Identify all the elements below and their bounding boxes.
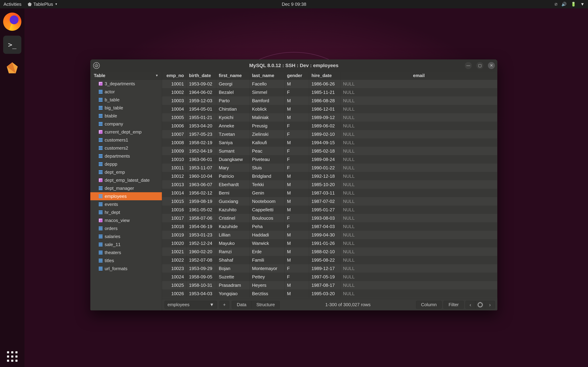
cell[interactable]: NULL — [341, 214, 497, 222]
cell[interactable]: Zielinski — [250, 130, 285, 138]
sidebar-item-company[interactable]: company — [90, 120, 162, 128]
table-row[interactable]: 100251958-10-31PrasadramHeyersM1987-08-1… — [162, 281, 497, 289]
minimize-button[interactable]: — — [465, 62, 472, 69]
sidebar-item-sale_11[interactable]: sale_11 — [90, 241, 162, 249]
cell[interactable]: Warwick — [250, 239, 285, 248]
column-header-hire_date[interactable]: hire_date — [309, 72, 341, 80]
cell[interactable]: Cristinel — [216, 214, 250, 222]
cell[interactable]: M — [285, 105, 309, 113]
cell[interactable]: M — [285, 180, 309, 189]
cell[interactable]: 1953-11-07 — [187, 164, 216, 172]
cell[interactable]: 10025 — [162, 281, 187, 289]
cell[interactable]: 10005 — [162, 113, 187, 122]
cell[interactable]: NULL — [341, 273, 497, 281]
cell[interactable]: F — [285, 164, 309, 172]
cell[interactable]: NULL — [341, 222, 497, 231]
cell[interactable]: Guoxiang — [216, 197, 250, 206]
cell[interactable]: M — [285, 289, 309, 298]
sidebar-item-orders[interactable]: orders — [90, 224, 162, 233]
structure-tab[interactable]: Structure — [251, 301, 280, 309]
cell[interactable]: 10001 — [162, 80, 187, 88]
cell[interactable]: NULL — [341, 88, 497, 96]
table-row[interactable]: 100241958-09-05SuzettePetteyF1997-05-19N… — [162, 273, 497, 281]
cell[interactable]: 1987-04-03 — [309, 222, 341, 231]
column-button[interactable]: Column — [416, 301, 442, 309]
cell[interactable]: 1952-07-08 — [187, 256, 216, 264]
column-header-first_name[interactable]: first_name — [216, 72, 250, 80]
cell[interactable]: F — [285, 264, 309, 273]
cell[interactable]: Georgi — [216, 80, 250, 88]
sidebar-item-theaters[interactable]: theaters — [90, 249, 162, 257]
cell[interactable]: NULL — [341, 155, 497, 164]
activities-button[interactable]: Activities — [3, 1, 22, 7]
cell[interactable]: 1953-04-20 — [187, 122, 216, 130]
network-icon[interactable]: ⎚ — [555, 2, 557, 7]
cell[interactable]: 1991-01-26 — [309, 239, 341, 248]
cell[interactable]: 1953-09-02 — [187, 80, 216, 88]
grid-body[interactable]: 100011953-09-02GeorgiFacelloM1986-06-26N… — [162, 80, 497, 299]
dock-firefox[interactable] — [3, 13, 21, 31]
settings-button[interactable] — [475, 301, 485, 309]
table-row[interactable]: 100011953-09-02GeorgiFacelloM1986-06-26N… — [162, 80, 497, 88]
cell[interactable]: NULL — [341, 256, 497, 264]
sidebar-item-macos_view[interactable]: macos_view — [90, 216, 162, 224]
table-row[interactable]: 100221952-07-08ShahafFamiliM1995-08-22NU… — [162, 256, 497, 264]
cell[interactable]: F — [285, 222, 309, 231]
sidebar-item-customers2[interactable]: customers2 — [90, 144, 162, 152]
cell[interactable]: Yongqiao — [216, 289, 250, 298]
close-button[interactable]: ✕ — [488, 62, 495, 69]
cell[interactable]: 1987-03-11 — [309, 189, 341, 197]
cell[interactable]: 1956-02-12 — [187, 189, 216, 197]
cell[interactable]: NULL — [341, 80, 497, 88]
cell[interactable]: 1992-12-18 — [309, 172, 341, 180]
cell[interactable]: NULL — [341, 147, 497, 155]
sidebar-item-employees[interactable]: employees — [90, 192, 162, 200]
cell[interactable]: NULL — [341, 206, 497, 214]
connection-button[interactable]: ⏻ — [93, 62, 100, 69]
cell[interactable]: Sumant — [216, 147, 250, 155]
cell[interactable]: 1987-07-02 — [309, 197, 341, 206]
table-row[interactable]: 100111953-11-07MarySluisF1990-01-22NULL — [162, 164, 497, 172]
dock-terminal[interactable]: >_ — [3, 36, 21, 54]
cell[interactable]: NULL — [341, 105, 497, 113]
cell[interactable]: 10023 — [162, 264, 187, 273]
cell[interactable]: 10026 — [162, 289, 187, 298]
table-row[interactable]: 100031959-12-03PartoBamfordM1986-08-28NU… — [162, 96, 497, 105]
cell[interactable]: NULL — [341, 172, 497, 180]
cell[interactable]: 10007 — [162, 130, 187, 138]
next-page-button[interactable]: › — [485, 301, 495, 309]
column-header-last_name[interactable]: last_name — [250, 72, 285, 80]
cell[interactable]: 10003 — [162, 96, 187, 105]
cell[interactable]: Kalloufi — [250, 138, 285, 147]
column-header-gender[interactable]: gender — [285, 72, 309, 80]
cell[interactable]: 10021 — [162, 248, 187, 256]
data-tab[interactable]: Data — [232, 301, 251, 309]
cell[interactable]: M — [285, 231, 309, 239]
cell[interactable]: Nooteboom — [250, 197, 285, 206]
sidebar-item-3_departments[interactable]: 3_departments — [90, 80, 162, 88]
cell[interactable]: 1959-12-03 — [187, 96, 216, 105]
table-row[interactable]: 100061953-04-20AnnekePreusigF1989-06-02N… — [162, 122, 497, 130]
cell[interactable]: 1955-01-21 — [187, 113, 216, 122]
cell[interactable]: Simmel — [250, 88, 285, 96]
cell[interactable]: Anneke — [216, 122, 250, 130]
column-header-email[interactable]: email — [341, 72, 497, 80]
cell[interactable]: Terkki — [250, 180, 285, 189]
table-row[interactable]: 100131963-06-07EberhardtTerkkiM1985-10-2… — [162, 180, 497, 189]
cell[interactable]: 10006 — [162, 122, 187, 130]
cell[interactable]: 1952-04-19 — [187, 147, 216, 155]
cell[interactable]: Kazuhide — [216, 222, 250, 231]
cell[interactable]: 10019 — [162, 231, 187, 239]
cell[interactable]: Montemayor — [250, 264, 285, 273]
cell[interactable]: Berztiss — [250, 289, 285, 298]
cell[interactable]: Koblick — [250, 105, 285, 113]
sidebar-item-departments[interactable]: departments — [90, 152, 162, 160]
cell[interactable]: NULL — [341, 264, 497, 273]
table-row[interactable]: 100081958-02-19SaniyaKalloufiM1994-09-15… — [162, 138, 497, 147]
sidebar-item-current_dept_emp[interactable]: current_dept_emp — [90, 128, 162, 136]
cell[interactable]: 10002 — [162, 88, 187, 96]
cell[interactable]: Sluis — [250, 164, 285, 172]
cell[interactable]: Erde — [250, 248, 285, 256]
cell[interactable]: Peac — [250, 147, 285, 155]
sidebar-item-big_table[interactable]: big_table — [90, 104, 162, 112]
